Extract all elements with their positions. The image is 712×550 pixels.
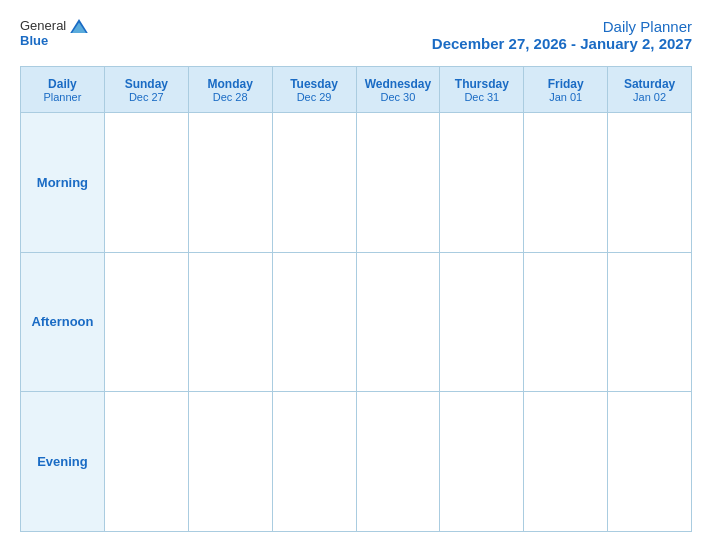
calendar-cell[interactable] — [104, 392, 188, 532]
calendar-cell[interactable] — [440, 252, 524, 392]
col1-sub: Dec 27 — [107, 91, 186, 103]
col7-day: Saturday — [610, 77, 689, 91]
title-date: December 27, 2026 - January 2, 2027 — [432, 35, 692, 52]
calendar-cell[interactable] — [272, 113, 356, 253]
col0-sub: Planner — [23, 91, 102, 103]
calendar-cell[interactable] — [188, 392, 272, 532]
calendar-cell[interactable] — [272, 392, 356, 532]
title-main: Daily Planner — [432, 18, 692, 35]
calendar-body: MorningAfternoonEvening — [21, 113, 692, 532]
col3-sub: Dec 29 — [275, 91, 354, 103]
calendar-cell[interactable] — [104, 113, 188, 253]
calendar-cell[interactable] — [188, 252, 272, 392]
col-header-sun: Sunday Dec 27 — [104, 67, 188, 113]
col2-sub: Dec 28 — [191, 91, 270, 103]
calendar-cell[interactable] — [608, 392, 692, 532]
col-header-tue: Tuesday Dec 29 — [272, 67, 356, 113]
col6-sub: Jan 01 — [526, 91, 605, 103]
logo-icon — [70, 19, 88, 33]
logo-blue: Blue — [20, 33, 48, 48]
col2-day: Monday — [191, 77, 270, 91]
time-label-afternoon: Afternoon — [21, 252, 105, 392]
col-header-fri: Friday Jan 01 — [524, 67, 608, 113]
col-header-label: Daily Planner — [21, 67, 105, 113]
calendar-cell[interactable] — [440, 113, 524, 253]
calendar-cell[interactable] — [188, 113, 272, 253]
title-area: Daily Planner December 27, 2026 - Januar… — [432, 18, 692, 52]
calendar-cell[interactable] — [356, 113, 440, 253]
calendar-cell[interactable] — [524, 113, 608, 253]
time-label-evening: Evening — [21, 392, 105, 532]
col3-day: Tuesday — [275, 77, 354, 91]
col-header-thu: Thursday Dec 31 — [440, 67, 524, 113]
calendar-cell[interactable] — [608, 113, 692, 253]
calendar-cell[interactable] — [356, 392, 440, 532]
col0-day: Daily — [23, 77, 102, 91]
page: General Blue Daily Planner December 27, … — [0, 0, 712, 550]
table-row: Evening — [21, 392, 692, 532]
calendar-cell[interactable] — [272, 252, 356, 392]
col5-day: Thursday — [442, 77, 521, 91]
col4-sub: Dec 30 — [359, 91, 438, 103]
logo-text: General — [20, 18, 88, 33]
calendar-cell[interactable] — [608, 252, 692, 392]
header-row: Daily Planner Sunday Dec 27 Monday Dec 2… — [21, 67, 692, 113]
col7-sub: Jan 02 — [610, 91, 689, 103]
time-label-morning: Morning — [21, 113, 105, 253]
table-row: Morning — [21, 113, 692, 253]
calendar-cell[interactable] — [524, 392, 608, 532]
calendar-cell[interactable] — [524, 252, 608, 392]
col-header-sat: Saturday Jan 02 — [608, 67, 692, 113]
logo-area: General Blue — [20, 18, 88, 48]
calendar-table: Daily Planner Sunday Dec 27 Monday Dec 2… — [20, 66, 692, 532]
col5-sub: Dec 31 — [442, 91, 521, 103]
table-row: Afternoon — [21, 252, 692, 392]
calendar-cell[interactable] — [104, 252, 188, 392]
calendar-cell[interactable] — [440, 392, 524, 532]
col1-day: Sunday — [107, 77, 186, 91]
calendar-cell[interactable] — [356, 252, 440, 392]
col-header-wed: Wednesday Dec 30 — [356, 67, 440, 113]
col6-day: Friday — [526, 77, 605, 91]
col-header-mon: Monday Dec 28 — [188, 67, 272, 113]
col4-day: Wednesday — [359, 77, 438, 91]
logo-general: General — [20, 18, 66, 33]
header: General Blue Daily Planner December 27, … — [20, 18, 692, 52]
